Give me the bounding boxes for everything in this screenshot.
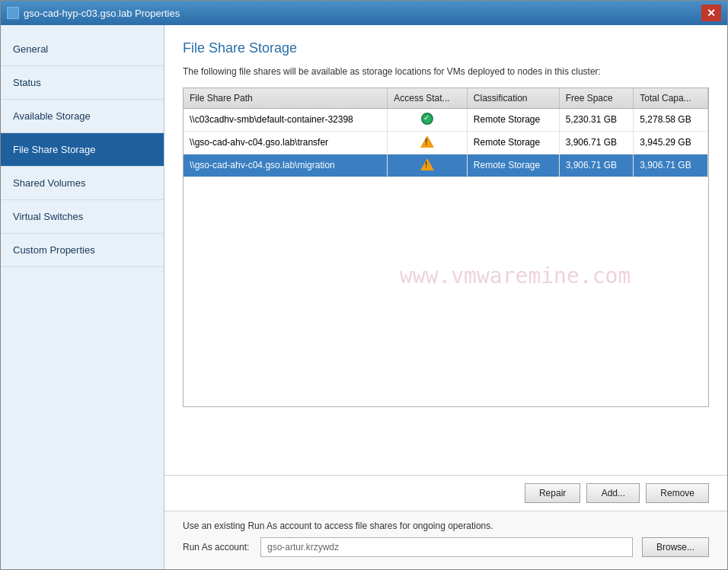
status-warn-icon — [420, 135, 434, 148]
remove-button[interactable]: Remove — [646, 483, 709, 503]
cell-path: \\gso-cad-ahv-c04.gso.lab\transfer — [184, 131, 388, 154]
cell-path: \\c03cadhv-smb\default-container-32398 — [184, 108, 388, 131]
table-row[interactable]: \\gso-cad-ahv-c04.gso.lab\transferRemote… — [184, 131, 708, 154]
cell-total-capacity: 3,906.71 GB — [634, 154, 708, 177]
table-header-row: File Share Path Access Stat... Classific… — [184, 88, 708, 109]
file-share-table: File Share Path Access Stat... Classific… — [184, 88, 708, 177]
description-text: The following file shares will be availa… — [183, 65, 709, 78]
title-bar-left: gso-cad-hyp-c03.gso.lab Properties — [7, 7, 180, 19]
table-wrapper: www.vmwaremine.com File Share Path Acces… — [183, 88, 709, 460]
browse-button[interactable]: Browse... — [642, 537, 709, 557]
file-share-table-container: File Share Path Access Stat... Classific… — [183, 88, 709, 407]
main-content: File Share Storage The following file sh… — [164, 25, 727, 569]
content-area: File Share Storage The following file sh… — [164, 25, 727, 475]
repair-button[interactable]: Repair — [525, 483, 580, 503]
col-classification: Classification — [467, 88, 559, 109]
run-as-section: Use an existing Run As account to access… — [164, 511, 727, 569]
col-total-capacity: Total Capa... — [634, 88, 708, 109]
window-title: gso-cad-hyp-c03.gso.lab Properties — [24, 8, 180, 19]
cell-access — [388, 108, 468, 131]
status-warn-icon — [420, 158, 434, 170]
main-window: gso-cad-hyp-c03.gso.lab Properties ✕ Gen… — [0, 0, 728, 570]
section-title: File Share Storage — [183, 40, 709, 56]
cell-free-space: 5,230.31 GB — [559, 108, 634, 131]
close-button[interactable]: ✕ — [701, 5, 721, 21]
run-as-label: Run As account: — [183, 542, 251, 552]
window-icon — [7, 7, 19, 19]
sidebar-item-custom-properties[interactable]: Custom Properties — [1, 234, 164, 267]
cell-free-space: 3,906.71 GB — [559, 131, 634, 154]
window-body: GeneralStatusAvailable StorageFile Share… — [1, 25, 727, 569]
sidebar: GeneralStatusAvailable StorageFile Share… — [1, 25, 164, 569]
run-as-input[interactable] — [260, 537, 633, 557]
cell-access — [388, 154, 468, 177]
col-free-space: Free Space — [559, 88, 634, 109]
table-row[interactable]: \\gso-cad-ahv-c04.gso.lab\migrationRemot… — [184, 154, 708, 177]
col-path: File Share Path — [184, 88, 388, 109]
table-row[interactable]: \\c03cadhv-smb\default-container-32398Re… — [184, 108, 708, 131]
cell-classification: Remote Storage — [467, 108, 559, 131]
cell-access — [388, 131, 468, 154]
cell-classification: Remote Storage — [467, 154, 559, 177]
cell-total-capacity: 3,945.29 GB — [634, 131, 708, 154]
action-buttons: Repair Add... Remove — [164, 475, 727, 511]
status-ok-icon — [421, 113, 433, 125]
run-as-row: Run As account: Browse... — [183, 537, 709, 557]
cell-free-space: 3,906.71 GB — [559, 154, 634, 177]
sidebar-item-status[interactable]: Status — [1, 66, 164, 100]
sidebar-item-available-storage[interactable]: Available Storage — [1, 100, 164, 133]
sidebar-item-virtual-switches[interactable]: Virtual Switches — [1, 200, 164, 234]
sidebar-item-shared-volumes[interactable]: Shared Volumes — [1, 167, 164, 200]
cell-path: \\gso-cad-ahv-c04.gso.lab\migration — [184, 154, 388, 177]
sidebar-item-file-share-storage[interactable]: File Share Storage — [1, 133, 164, 167]
run-as-description: Use an existing Run As account to access… — [183, 521, 709, 531]
cell-total-capacity: 5,278.58 GB — [634, 108, 708, 131]
add-button[interactable]: Add... — [586, 483, 640, 503]
sidebar-item-general[interactable]: General — [1, 33, 164, 66]
cell-classification: Remote Storage — [467, 131, 559, 154]
col-access: Access Stat... — [388, 88, 468, 109]
title-bar: gso-cad-hyp-c03.gso.lab Properties ✕ — [1, 1, 727, 25]
